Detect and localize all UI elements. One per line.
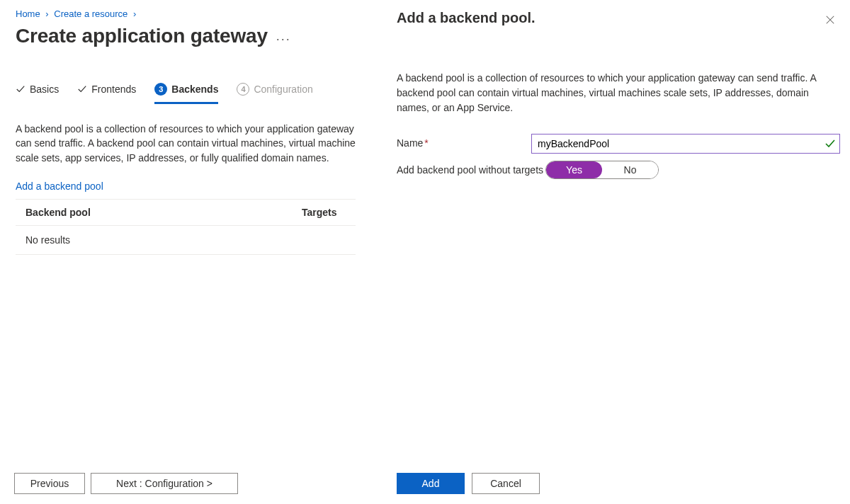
tab-label: Basics: [30, 84, 59, 95]
name-input[interactable]: [531, 134, 840, 154]
tab-backends[interactable]: 3 Backends: [154, 83, 218, 104]
empty-state-text: No results: [16, 225, 356, 254]
table-row-empty: No results: [16, 225, 356, 254]
col-backend-pool[interactable]: Backend pool: [16, 199, 292, 225]
breadcrumb: Home › Create a resource ›: [16, 8, 372, 19]
check-icon: [77, 84, 87, 94]
breadcrumb-create-resource[interactable]: Create a resource: [54, 8, 128, 19]
page-title: Create application gateway: [16, 25, 268, 47]
without-targets-toggle[interactable]: Yes No: [545, 161, 659, 179]
name-label: Name*: [397, 134, 531, 150]
tab-configuration: 4 Configuration: [237, 83, 312, 104]
more-actions-icon[interactable]: ···: [276, 27, 291, 45]
main-pane: Home › Create a resource › Create applic…: [0, 0, 372, 504]
next-configuration-button[interactable]: Next : Configuration >: [91, 473, 238, 494]
col-targets[interactable]: Targets: [292, 199, 356, 225]
toggle-yes[interactable]: Yes: [546, 161, 602, 178]
panel-description: A backend pool is a collection of resour…: [397, 71, 840, 115]
check-icon: [16, 84, 26, 94]
step-number-icon: 4: [237, 83, 249, 96]
backends-description: A backend pool is a collection of resour…: [16, 122, 372, 165]
breadcrumb-home[interactable]: Home: [16, 8, 40, 19]
add-backend-pool-link[interactable]: Add a backend pool: [16, 181, 103, 192]
toggle-no[interactable]: No: [602, 161, 658, 178]
add-backend-pool-panel: Add a backend pool. A backend pool is a …: [382, 0, 850, 504]
tab-label: Frontends: [91, 84, 136, 95]
chevron-right-icon: ›: [45, 8, 48, 19]
tab-basics[interactable]: Basics: [16, 83, 59, 104]
step-number-icon: 3: [154, 83, 167, 96]
panel-footer: Add Cancel: [382, 473, 540, 494]
previous-button[interactable]: Previous: [14, 473, 85, 494]
backend-pool-table: Backend pool Targets No results: [16, 199, 356, 255]
valid-check-icon: [824, 138, 836, 149]
tab-label: Backends: [171, 84, 218, 95]
add-button[interactable]: Add: [397, 473, 465, 494]
tab-frontends[interactable]: Frontends: [77, 83, 136, 104]
chevron-right-icon: ›: [133, 8, 136, 19]
close-icon[interactable]: [820, 10, 840, 30]
wizard-tabs: Basics Frontends 3 Backends 4 Configurat…: [16, 83, 372, 105]
required-asterisk: *: [424, 137, 428, 149]
cancel-button[interactable]: Cancel: [472, 473, 540, 494]
wizard-footer-left: Previous Next : Configuration >: [14, 473, 238, 494]
panel-title: Add a backend pool.: [397, 10, 536, 26]
tab-label: Configuration: [254, 84, 312, 95]
without-targets-label: Add backend pool without targets: [397, 161, 545, 177]
